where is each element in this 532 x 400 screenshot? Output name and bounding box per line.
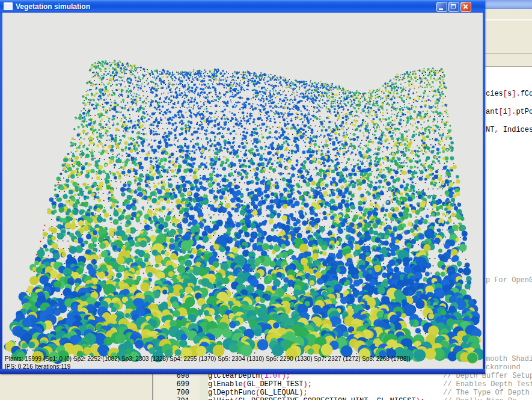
code-fragment: mooth Shadi (486, 355, 532, 363)
toolbar-divider (485, 53, 532, 54)
titlebar[interactable]: Vegetation simulation (0, 0, 485, 13)
line-number: 701 (153, 398, 189, 400)
code-line[interactable]: 699glEnable(GL_DEPTH_TEST);// Enables De… (0, 381, 532, 389)
close-button[interactable] (460, 2, 471, 12)
code-fragment: NT, Indices (486, 126, 532, 134)
code-line[interactable]: 701glHint(GL_PERSPECTIVE_CORRECTION_HINT… (0, 398, 532, 400)
window-bottom-border (0, 369, 485, 374)
ide-toolbar-fragment (485, 9, 532, 66)
code-text: glHint(GL_PERSPECTIVE_CORRECTION_HINT, G… (208, 398, 424, 400)
code-fragment: cies[s].fCo (486, 90, 532, 98)
code-comment: // Really Nice Pe (443, 398, 516, 400)
code-editor-right-fragment[interactable]: cies[s].fCoant[i].ptPoNT, Indicesp For O… (485, 66, 532, 369)
simulation-canvas[interactable] (2, 13, 483, 369)
code-text: glEnable(GL_DEPTH_TEST); (208, 381, 312, 389)
toolbar-divider (485, 19, 532, 20)
vegetation-simulation-window: Vegetation simulation Plants: 15999 (Sp1… (0, 0, 485, 374)
minimize-button[interactable] (436, 2, 447, 12)
code-fragment: ant[i].ptPo (486, 108, 532, 116)
window-title: Vegetation simulation (16, 2, 90, 11)
window-controls (436, 2, 471, 12)
code-line[interactable]: 700glDepthFunc(GL_LEQUAL);// The Type Of… (0, 389, 532, 397)
render-viewport[interactable]: Plants: 15999 (Sp1: 0 (0) Sp2: 2252 (108… (2, 13, 483, 369)
background-titlebar-fragment[interactable] (485, 0, 532, 9)
code-text: glDepthFunc(GL_LEQUAL); (208, 389, 308, 397)
app-icon (4, 2, 13, 10)
line-number: 699 (153, 381, 189, 389)
code-fragment: p For OpenG (486, 277, 532, 285)
screen: cies[s].fCoant[i].ptPoNT, Indicesp For O… (0, 0, 532, 400)
code-comment: // The Type Of Depth T (443, 389, 532, 397)
status-plants-text: Plants: 15999 (Sp1: 0 (0) Sp2: 2252 (108… (5, 355, 411, 362)
code-comment: // Enables Depth Testi (443, 381, 532, 389)
line-number: 700 (153, 389, 189, 397)
maximize-button[interactable] (448, 2, 459, 12)
